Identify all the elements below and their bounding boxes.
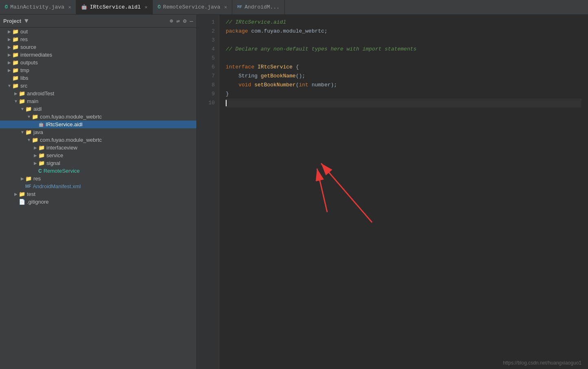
code-token: number);: [308, 81, 337, 90]
layout-icon[interactable]: ⇌: [176, 18, 180, 24]
code-token: [226, 81, 238, 90]
code-token: com.fuyao.module_webrtc;: [248, 27, 328, 36]
tree-label-androidtest: androidTest: [27, 90, 54, 97]
folder-icon-out: 📁: [12, 29, 19, 35]
tree-label-libs: libs: [20, 75, 29, 81]
tree-item-tmp[interactable]: ▶ 📁 tmp: [0, 66, 196, 74]
main-layout: Project ▼ ⊕ ⇌ ⚙ — ▶ 📁 out ▶ 📁 res ▶: [0, 15, 588, 369]
tab-label: RemoteService.java: [163, 4, 220, 10]
mf-icon: MF: [237, 5, 242, 9]
tree-item-src[interactable]: ▼ 📁 src: [0, 82, 196, 90]
code-line-1: // IRtcService.aidl: [226, 18, 581, 27]
tree-item-signal[interactable]: ▶ 📁 signal: [0, 159, 196, 167]
tree-label-main: main: [27, 98, 38, 104]
sidebar-title: Project: [3, 18, 21, 24]
folder-icon-androidtest: 📁: [19, 90, 25, 97]
settings-icon[interactable]: ⚙: [183, 18, 186, 24]
folder-icon-outputs: 📁: [12, 59, 19, 66]
tree-item-out[interactable]: ▶ 📁 out: [0, 28, 196, 35]
tree-item-libs[interactable]: 📁 libs: [0, 74, 196, 82]
code-token: [251, 81, 254, 90]
tree-item-main[interactable]: ▼ 📁 main: [0, 97, 196, 105]
code-line-4: // Declare any non-default types here wi…: [226, 45, 581, 54]
code-line-10: [226, 99, 581, 108]
code-line-8: void setBookNumber ( int number);: [226, 81, 581, 90]
folder-icon-res2: 📁: [25, 176, 32, 182]
tree-item-com-fuyao-java[interactable]: ▼ 📁 com.fuyao.module_webrtc: [0, 136, 196, 144]
code-token: interface: [226, 63, 254, 72]
tab-irtc-service[interactable]: 🤖 IRtcService.aidl ✕: [76, 0, 152, 14]
code-token: // IRtcService.aidl: [226, 18, 286, 27]
folder-icon-main: 📁: [19, 98, 25, 104]
folder-icon-intermediates: 📁: [12, 52, 19, 58]
minimize-icon[interactable]: —: [190, 18, 193, 24]
folder-icon-libs: 📁: [12, 75, 19, 81]
tree-label-test: test: [27, 191, 35, 197]
tree-item-outputs[interactable]: ▶ 📁 outputs: [0, 59, 196, 66]
tree-item-source[interactable]: ▶ 📁 source: [0, 43, 196, 51]
folder-icon-aidl: 📁: [25, 106, 32, 112]
tab-label: AndroidM...: [244, 4, 280, 10]
tree-item-com-fuyao-aidl[interactable]: ▼ 📁 com.fuyao.module_webrtc: [0, 113, 196, 121]
tree-item-service[interactable]: ▶ 📁 service: [0, 152, 196, 159]
folder-icon-source: 📁: [12, 44, 19, 50]
tree-label-signal: signal: [46, 160, 60, 166]
java-class-icon: C: [38, 168, 42, 174]
code-token: {: [293, 63, 299, 72]
tree-item-remoteservice[interactable]: C RemoteService: [0, 167, 196, 175]
java-icon: ©: [5, 4, 8, 10]
tree-item-java[interactable]: ▼ 📁 java: [0, 128, 196, 136]
folder-icon-com-aidl: 📁: [32, 114, 38, 120]
tree-item-androidmanifest[interactable]: MF AndroidManifest.xml: [0, 182, 196, 190]
tree-label-androidmanifest: AndroidManifest.xml: [33, 183, 81, 189]
tree-label-com-fuyao-java: com.fuyao.module_webrtc: [40, 137, 102, 143]
folder-icon-tmp: 📁: [12, 67, 19, 73]
folder-icon-res: 📁: [12, 36, 19, 42]
tree-item-res[interactable]: ▶ 📁 res: [0, 35, 196, 43]
folder-icon-com-java: 📁: [32, 137, 38, 143]
code-line-3: [226, 36, 581, 45]
tree-label-interfaceview: interfaceview: [46, 145, 77, 151]
code-content: 1 2 3 4 5 6 7 8 9 10 // IRtcService.aidl…: [197, 15, 588, 369]
tab-close-main-activity[interactable]: ✕: [68, 4, 71, 10]
tree-item-androidtest[interactable]: ▶ 📁 androidTest: [0, 90, 196, 97]
tree-item-intermediates[interactable]: ▶ 📁 intermediates: [0, 51, 196, 59]
tree-label-tmp: tmp: [20, 67, 29, 73]
tab-main-activity[interactable]: © MainActivity.java ✕: [0, 0, 76, 14]
code-token: void: [238, 81, 251, 90]
crosshair-icon[interactable]: ⊕: [170, 18, 173, 24]
tab-remote-service[interactable]: © RemoteService.java ✕: [153, 0, 232, 14]
tab-close-irtc[interactable]: ✕: [145, 4, 148, 10]
tree-label-source: source: [20, 44, 36, 50]
tree-item-interfaceview[interactable]: ▶ 📁 interfaceview: [0, 144, 196, 152]
tree-label-outputs: outputs: [20, 59, 38, 66]
android-file-icon: 🤖: [38, 122, 44, 127]
file-icon-gitignore: 📄: [19, 199, 25, 205]
folder-icon-interfaceview: 📁: [38, 145, 45, 151]
tree-label-service: service: [46, 152, 63, 158]
code-token: [258, 72, 261, 81]
folder-icon-service: 📁: [38, 152, 45, 158]
tab-label: MainActivity.java: [10, 4, 64, 10]
code-line-5: [226, 54, 581, 63]
code-line-6: interface IRtcService {: [226, 63, 581, 72]
tree-item-aidl[interactable]: ▼ 📁 aidl: [0, 105, 196, 113]
watermark: https://blog.csdn.net/huangxiaoguo1: [503, 360, 581, 366]
tree-item-gitignore[interactable]: 📄 .gitignore: [0, 198, 196, 206]
mf-file-icon: MF: [25, 184, 31, 189]
code-token: IRtcService: [258, 63, 293, 72]
tab-android-manifest[interactable]: MF AndroidM...: [232, 0, 285, 14]
tab-close-remote[interactable]: ✕: [225, 4, 227, 10]
tree-label-remoteservice: RemoteService: [44, 168, 80, 174]
tree-label-java: java: [33, 129, 43, 135]
tree-item-test[interactable]: ▶ 📁 test: [0, 190, 196, 198]
sidebar-header: Project ▼ ⊕ ⇌ ⚙ —: [0, 15, 196, 28]
code-token: ();: [296, 72, 305, 81]
code-lines[interactable]: // IRtcService.aidl package com.fuyao.mo…: [219, 15, 588, 369]
tree-item-irtcservice[interactable]: 🤖 IRtcService.aidl: [0, 121, 196, 128]
tree-label-irtcservice: IRtcService.aidl: [46, 121, 82, 127]
tree-item-res2[interactable]: ▶ 📁 res: [0, 175, 196, 182]
tree-label-com-fuyao-aidl: com.fuyao.module_webrtc: [40, 114, 102, 120]
android-aidl-icon: 🤖: [81, 4, 87, 10]
tree-label-src: src: [20, 83, 27, 89]
